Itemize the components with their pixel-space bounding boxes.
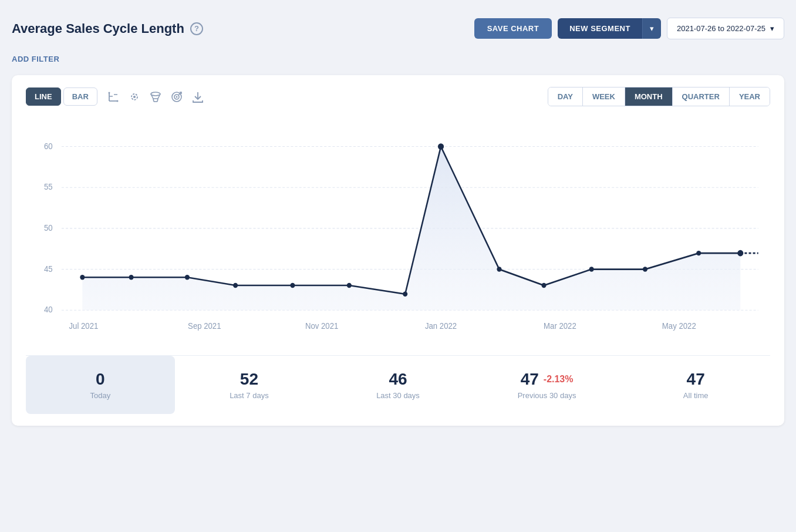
svg-point-4 xyxy=(108,92,110,93)
stat-today-label: Today xyxy=(38,391,163,400)
chart-area: 40 45 50 55 60 Jul 2021 Sep 2021 Nov 202… xyxy=(26,118,770,341)
date-range-button[interactable]: 2021-07-26 to 2022-07-25 ▾ xyxy=(667,18,784,39)
stat-prev30-value: 47 -2.13% xyxy=(484,370,610,389)
svg-text:Nov 2021: Nov 2021 xyxy=(305,322,338,331)
svg-text:45: 45 xyxy=(44,265,53,274)
svg-point-43 xyxy=(643,267,647,271)
page-header: Average Sales Cycle Length ? SAVE CHART … xyxy=(12,12,784,45)
target-icon-button[interactable] xyxy=(170,90,183,103)
help-icon[interactable]: ? xyxy=(190,22,203,35)
stat-today-value: 0 xyxy=(38,370,163,389)
svg-text:40: 40 xyxy=(44,305,53,314)
svg-text:May 2022: May 2022 xyxy=(662,322,696,331)
stat-today: 0 Today xyxy=(26,356,175,414)
svg-point-33 xyxy=(129,275,133,280)
title-area: Average Sales Cycle Length ? xyxy=(12,21,203,36)
funnel-icon xyxy=(149,90,162,103)
stat-alltime: 47 All time xyxy=(621,356,770,414)
svg-text:Sep 2021: Sep 2021 xyxy=(188,322,221,331)
time-period-group: DAY WEEK MONTH QUARTER YEAR xyxy=(548,87,770,106)
stats-row: 0 Today 52 Last 7 days 46 Last 30 days 4… xyxy=(26,355,770,414)
settings-icon xyxy=(128,90,141,103)
axis-icon xyxy=(107,90,120,103)
page-title: Average Sales Cycle Length xyxy=(12,21,184,36)
svg-point-34 xyxy=(185,275,190,280)
page-container: Average Sales Cycle Length ? SAVE CHART … xyxy=(12,12,784,426)
add-filter-button[interactable]: ADD FILTER xyxy=(12,55,784,63)
download-icon xyxy=(191,90,204,103)
svg-point-14 xyxy=(176,96,177,97)
stat-prev30-change: -2.13% xyxy=(544,374,574,385)
svg-text:60: 60 xyxy=(44,142,53,151)
stat-prev30-label: Previous 30 days xyxy=(484,391,610,400)
stat-alltime-label: All time xyxy=(633,391,758,400)
chart-toolbar: LINE BAR xyxy=(26,87,770,106)
stat-last30: 46 Last 30 days xyxy=(323,356,473,414)
chart-type-bar-button[interactable]: BAR xyxy=(63,87,97,106)
svg-line-10 xyxy=(157,99,158,102)
new-segment-wrapper: NEW SEGMENT ▾ xyxy=(558,18,661,39)
chart-svg: 40 45 50 55 60 Jul 2021 Sep 2021 Nov 202… xyxy=(26,118,770,341)
svg-point-42 xyxy=(589,267,594,271)
new-segment-button[interactable]: NEW SEGMENT xyxy=(558,18,642,39)
chart-type-group: LINE BAR xyxy=(26,87,97,106)
stat-last7-label: Last 7 days xyxy=(187,391,312,400)
svg-point-7 xyxy=(133,96,136,98)
svg-point-37 xyxy=(347,283,352,288)
time-month-button[interactable]: MONTH xyxy=(625,87,673,106)
svg-text:55: 55 xyxy=(44,183,53,191)
svg-line-9 xyxy=(153,99,154,102)
download-icon-button[interactable] xyxy=(191,90,204,103)
stat-last30-label: Last 30 days xyxy=(335,391,461,400)
time-week-button[interactable]: WEEK xyxy=(583,87,625,106)
stat-last30-value: 46 xyxy=(335,370,461,389)
svg-point-41 xyxy=(541,283,546,288)
svg-point-35 xyxy=(233,283,238,288)
svg-point-39 xyxy=(438,143,444,150)
left-toolbar: LINE BAR xyxy=(26,87,204,106)
target-icon xyxy=(170,90,183,103)
header-actions: SAVE CHART NEW SEGMENT ▾ 2021-07-26 to 2… xyxy=(474,18,784,39)
svg-point-32 xyxy=(80,275,85,280)
chart-type-line-button[interactable]: LINE xyxy=(26,87,61,106)
svg-point-40 xyxy=(497,267,501,271)
axis-icon-button[interactable] xyxy=(107,90,120,103)
svg-point-8 xyxy=(151,92,160,96)
date-range-chevron-icon: ▾ xyxy=(770,24,774,33)
time-day-button[interactable]: DAY xyxy=(548,87,583,106)
stat-last7-value: 52 xyxy=(187,370,312,389)
svg-point-45 xyxy=(737,250,743,257)
stat-alltime-value: 47 xyxy=(633,370,758,389)
svg-text:Jul 2021: Jul 2021 xyxy=(69,322,99,331)
funnel-icon-button[interactable] xyxy=(149,90,162,103)
time-quarter-button[interactable]: QUARTER xyxy=(673,87,730,106)
stat-prev30: 47 -2.13% Previous 30 days xyxy=(473,356,622,414)
svg-text:Mar 2022: Mar 2022 xyxy=(544,322,576,331)
date-range-label: 2021-07-26 to 2022-07-25 xyxy=(677,24,765,33)
save-chart-button[interactable]: SAVE CHART xyxy=(474,18,552,39)
chart-card: LINE BAR xyxy=(12,75,784,426)
stat-last7: 52 Last 7 days xyxy=(175,356,324,414)
svg-point-36 xyxy=(290,283,295,288)
settings-icon-button[interactable] xyxy=(128,90,141,103)
svg-point-38 xyxy=(403,292,407,297)
time-year-button[interactable]: YEAR xyxy=(730,87,770,106)
svg-text:50: 50 xyxy=(44,224,53,233)
svg-point-44 xyxy=(696,251,701,255)
new-segment-chevron-button[interactable]: ▾ xyxy=(642,18,661,39)
chart-icon-group xyxy=(107,90,204,103)
svg-text:Jan 2022: Jan 2022 xyxy=(425,322,457,331)
svg-point-5 xyxy=(116,100,118,102)
stat-prev30-number: 47 xyxy=(521,370,539,389)
